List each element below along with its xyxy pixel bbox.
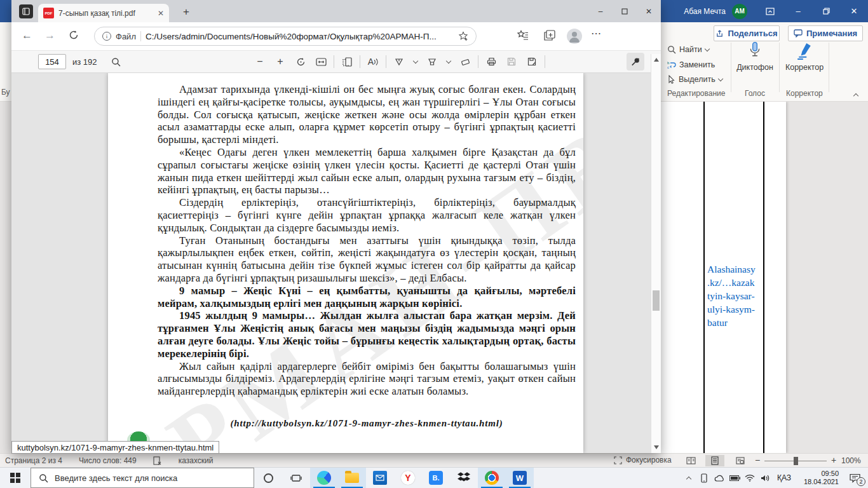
zoom-in-button[interactable]: + [270,53,290,71]
pin-toolbar-button[interactable] [627,53,644,71]
task-view-button[interactable] [282,468,310,488]
web-layout-button[interactable] [731,455,750,466]
tray-expand-button[interactable] [681,468,696,488]
word-restore-button[interactable] [812,0,840,22]
draw-button[interactable] [389,53,409,71]
mail-icon [373,471,387,485]
profile-avatar[interactable] [567,29,582,44]
taskbar-word-button[interactable]: W [506,468,534,488]
windows-logo-icon [10,473,20,483]
cortana-button[interactable] [254,468,282,488]
address-bar[interactable]: i Файл C:/Users/admin/Documents/Новый%20… [94,27,477,46]
status-wordcount-label[interactable]: Число слов: 449 [79,456,137,465]
back-button[interactable]: ← [22,29,32,42]
pdf-paragraph: 1945 жылдың 9 мамыры… Жылдан жылға алыст… [158,309,576,360]
zoom-out-button[interactable]: − [755,455,760,465]
scroll-down-arrow[interactable] [654,445,659,449]
select-button[interactable]: Выделить [667,73,722,86]
battery-icon[interactable] [727,468,742,488]
ribbon-display-options-button[interactable] [756,0,784,22]
erase-button[interactable] [455,53,475,71]
collapse-ribbon-button[interactable] [853,93,858,98]
hyperlink-line[interactable]: Alashainasy [707,262,763,276]
status-language-label[interactable]: казахский [179,456,214,465]
print-layout-button[interactable] [705,455,724,466]
edge-maximize-button[interactable] [613,0,637,22]
save-button[interactable] [501,53,522,71]
taskbar-explorer-button[interactable] [338,468,366,488]
reload-button[interactable] [69,30,79,40]
draw-options-button[interactable] [409,53,422,71]
status-page-label[interactable]: Страница 2 из 4 [5,456,62,465]
collections-icon[interactable] [544,30,555,41]
read-aloud-button[interactable]: A [363,53,383,71]
clock[interactable]: 09:50 18.04.2021 [796,468,841,488]
tab-workspaces-button[interactable] [19,4,33,18]
hyperlink-line[interactable]: tyin-kaysar- [707,289,763,302]
avatar[interactable]: АМ [732,4,747,19]
print-button[interactable] [481,53,501,71]
zoom-level-label[interactable]: 100% [841,456,861,465]
new-tab-button[interactable]: + [178,4,194,20]
hyperlink-line[interactable]: batur [707,316,763,329]
action-center-button[interactable]: 2 [841,468,868,488]
edge-close-button[interactable]: ✕ [637,0,661,22]
taskbar-vk-button[interactable]: B. [422,468,450,488]
hyperlink-block[interactable]: Alashainasy.kz/…kazaktyin-kaysar-ulyi-ka… [707,262,763,329]
add-favorite-icon[interactable] [458,31,468,41]
pdf-search-button[interactable] [106,53,126,71]
find-button[interactable]: Найти [667,43,709,56]
word-minimize-button[interactable]: – [784,0,812,22]
scrollbar-thumb[interactable] [653,290,660,311]
taskbar-search-input[interactable]: Введите здесь текст для поиска [31,468,254,488]
highlight-button[interactable] [422,53,442,71]
share-button[interactable]: Поделиться [714,25,780,41]
comments-button[interactable]: Примечания [788,25,863,41]
your-phone-icon[interactable] [696,468,712,488]
dictate-button[interactable]: Диктофон [732,41,778,72]
taskbar-dropbox-button[interactable] [450,468,478,488]
edge-minimize-button[interactable]: – [588,0,613,22]
taskbar-mail-button[interactable] [366,468,394,488]
highlight-options-button[interactable] [442,53,455,71]
taskbar-yandex-button[interactable]: Y [394,468,422,488]
ribbon-group-editing-label: Редактирование [667,89,725,98]
favorites-bar-icon[interactable] [517,30,529,41]
forward-button[interactable]: → [44,29,55,42]
taskbar-edge-button[interactable] [310,468,338,488]
fit-to-width-button[interactable] [311,53,331,71]
zoom-out-button[interactable]: − [250,53,270,71]
tab-close-button[interactable]: ✕ [158,9,164,18]
word-close-button[interactable]: ✕ [840,0,868,22]
screen: Абая Мечта АМ – ✕ Бу Поделиться Примечан… [0,0,868,488]
zoom-slider-thumb[interactable] [794,457,798,465]
proofing-errors-icon[interactable] [153,456,162,465]
task-view-icon [290,473,302,483]
settings-more-button[interactable]: ⋯ [591,27,601,39]
read-mode-button[interactable] [681,455,700,466]
browser-tab[interactable]: PDF 7-сынып қазақ тілі.pdf ✕ [38,4,169,22]
page-number-input[interactable]: 154 [38,54,66,69]
zoom-in-button[interactable]: + [831,455,836,465]
address-text[interactable]: C:/Users/admin/Documents/Новый%20формат/… [146,32,454,41]
scroll-up-arrow[interactable] [654,58,659,62]
start-button[interactable] [0,468,31,488]
taskbar-chrome-button[interactable] [478,468,506,488]
volume-icon[interactable] [757,468,773,488]
wifi-icon[interactable] [742,468,757,488]
onedrive-icon[interactable] [712,468,727,488]
replace-button[interactable]: b c Заменить [667,58,715,71]
rotate-button[interactable] [290,53,311,71]
editor-button[interactable]: Корректор [780,41,829,72]
page-view-button[interactable] [337,53,357,71]
info-icon[interactable]: i [102,32,111,41]
keyboard-language-button[interactable]: ҚАЗ [773,468,796,488]
save-as-icon [527,57,536,66]
pdf-paragraph: «Кеңес Одағы деген үлкен мемлекеттің бар… [158,146,576,196]
pdf-scrollbar[interactable] [651,54,661,453]
save-as-button[interactable] [522,53,542,71]
hyperlink-line[interactable]: ulyi-kasym- [707,302,763,316]
focus-mode-button[interactable]: Фокусировка [614,456,672,464]
hyperlink-line[interactable]: .kz/…kazak [707,276,763,289]
pdf-viewer[interactable]: АРМАН-ПВ Адамзат тарихында үлкенді-кішіл… [11,73,651,453]
